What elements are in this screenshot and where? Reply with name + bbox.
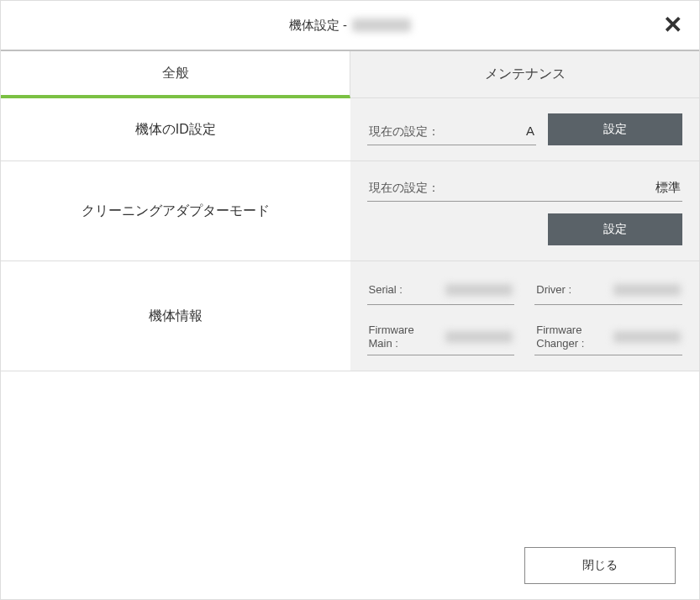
info-serial-value-redacted [445, 284, 513, 296]
info-driver-value-redacted [613, 284, 681, 296]
id-current-field: 現在の設定： A [367, 120, 537, 145]
row-machine-info-label: 機体情報 [1, 261, 350, 371]
titlebar: 機体設定 - ✕ [1, 1, 699, 51]
row-machine-info-content: Serial : Driver : Firmware Main : Firmwa… [350, 261, 700, 371]
id-current-value: A [526, 124, 534, 138]
cleaning-current-label: 現在の設定： [369, 181, 439, 196]
row-cleaning-mode-content: 現在の設定： 標準 設定 [350, 161, 700, 261]
row-machine-info: 機体情報 Serial : Driver : Firmware Main : [1, 261, 699, 371]
tab-general-label: 全般 [162, 65, 189, 82]
tab-maintenance-label: メンテナンス [485, 66, 566, 83]
dialog-title: 機体設定 - [289, 18, 411, 34]
row-id-setting-content: 現在の設定： A 設定 [350, 98, 700, 161]
row-cleaning-mode: クリーニングアダプターモード 現在の設定： 標準 設定 [1, 161, 699, 261]
footer: 閉じる [1, 532, 699, 599]
cleaning-current-value: 標準 [655, 180, 681, 196]
tab-maintenance[interactable]: メンテナンス [350, 51, 699, 98]
row-id-setting-label: 機体のID設定 [1, 98, 350, 161]
tab-bar: 全般 メンテナンス [1, 51, 699, 98]
cleaning-current-field: 現在の設定： 標準 [367, 176, 683, 202]
cleaning-set-button-label: 設定 [603, 222, 627, 235]
info-serial-label: Serial : [369, 283, 403, 297]
close-icon[interactable]: ✕ [663, 13, 682, 37]
info-serial: Serial : [367, 276, 515, 305]
settings-dialog: 機体設定 - ✕ 全般 メンテナンス 機体のID設定 現在の設定： A 設定 [0, 0, 700, 600]
close-button[interactable]: 閉じる [524, 547, 676, 584]
id-set-button[interactable]: 設定 [548, 113, 682, 145]
info-fw-main-value-redacted [445, 331, 513, 343]
id-current-label: 現在の設定： [369, 124, 439, 139]
row-cleaning-mode-label: クリーニングアダプターモード [1, 161, 350, 261]
info-fw-changer: Firmware Changer : [534, 320, 682, 355]
row-id-setting: 機体のID設定 現在の設定： A 設定 [1, 98, 699, 161]
title-prefix: 機体設定 - [289, 18, 347, 34]
content-area: 機体のID設定 現在の設定： A 設定 クリーニングアダプターモード 現在の設定… [1, 98, 699, 532]
info-fw-changer-label: Firmware Changer : [536, 324, 584, 350]
close-button-label: 閉じる [582, 558, 618, 571]
info-fw-changer-value-redacted [613, 331, 681, 343]
info-fw-main: Firmware Main : [367, 320, 515, 355]
info-fw-main-label: Firmware Main : [369, 324, 414, 350]
info-driver: Driver : [534, 276, 682, 305]
title-model-redacted [352, 18, 411, 32]
id-set-button-label: 設定 [603, 122, 627, 135]
cleaning-set-button[interactable]: 設定 [548, 213, 682, 245]
tab-general[interactable]: 全般 [1, 51, 350, 98]
info-driver-label: Driver : [536, 283, 571, 297]
